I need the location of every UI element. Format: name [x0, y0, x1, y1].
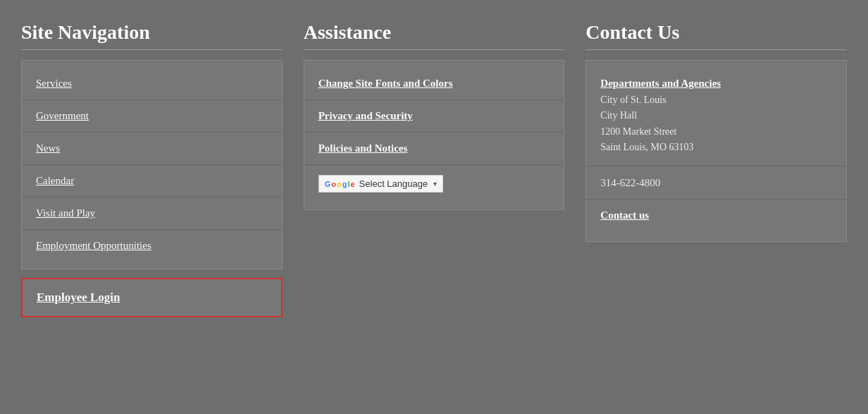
assist-box: Change Site Fonts and ColorsPrivacy and … — [304, 60, 565, 210]
google-translate-button[interactable]: Google Select Language ▾ — [318, 175, 444, 193]
nav-divider — [21, 49, 283, 50]
contact-address: City of St. Louis City Hall 1200 Market … — [600, 92, 832, 156]
assistance-divider — [304, 49, 565, 50]
address-line2: City Hall — [600, 110, 637, 121]
nav-item-visit-and-play[interactable]: Visit and Play — [22, 197, 282, 230]
address-line3: 1200 Market Street — [600, 126, 676, 137]
select-language-label: Select Language — [359, 178, 428, 189]
contact-us-column: Contact Us Departments and Agencies City… — [585, 21, 847, 317]
nav-links-container: ServicesGovernmentNewsCalendarVisit and … — [22, 68, 282, 262]
google-translate-wrapper: Google Select Language ▾ — [304, 165, 564, 202]
translate-chevron-icon: ▾ — [433, 180, 437, 188]
contact-phone-section: 314-622-4800 — [586, 166, 846, 200]
nav-item-news[interactable]: News — [22, 133, 282, 165]
g-yellow: o — [337, 180, 342, 188]
assistance-title: Assistance — [304, 21, 565, 44]
assist-item-policies-notices[interactable]: Policies and Notices — [304, 133, 564, 165]
footer-grid: Site Navigation ServicesGovernmentNewsCa… — [21, 21, 847, 317]
g-green: l — [347, 180, 349, 188]
site-navigation-title: Site Navigation — [21, 21, 283, 44]
g-blue2: g — [342, 180, 347, 188]
nav-item-government[interactable]: Government — [22, 100, 282, 133]
contact-divider — [585, 49, 847, 50]
assist-links-container: Change Site Fonts and ColorsPrivacy and … — [304, 68, 564, 165]
g-red2: e — [350, 180, 354, 188]
google-icon: Google — [325, 180, 355, 188]
contact-departments-section: Departments and Agencies City of St. Lou… — [586, 68, 846, 166]
nav-item-employment-opportunities[interactable]: Employment Opportunities — [22, 230, 282, 262]
contact-box: Departments and Agencies City of St. Lou… — [585, 60, 847, 242]
address-line4: Saint Louis, MO 63103 — [600, 142, 693, 152]
site-navigation-column: Site Navigation ServicesGovernmentNewsCa… — [21, 21, 283, 317]
assistance-column: Assistance Change Site Fonts and ColorsP… — [304, 21, 565, 317]
g-blue: G — [325, 180, 331, 188]
nav-box: ServicesGovernmentNewsCalendarVisit and … — [21, 60, 283, 269]
assist-item-privacy-security[interactable]: Privacy and Security — [304, 100, 564, 133]
nav-item-services[interactable]: Services — [22, 68, 282, 100]
contact-link-section: Contact us — [586, 200, 846, 234]
employee-login-link[interactable]: Employee Login — [37, 291, 120, 304]
departments-agencies-link[interactable]: Departments and Agencies — [600, 78, 832, 90]
employee-login-box: Employee Login — [21, 278, 283, 317]
contact-us-title: Contact Us — [585, 21, 847, 44]
assist-item-change-fonts-colors[interactable]: Change Site Fonts and Colors — [304, 68, 564, 100]
nav-item-calendar[interactable]: Calendar — [22, 165, 282, 197]
contact-phone: 314-622-4800 — [600, 177, 660, 188]
address-line1: City of St. Louis — [600, 95, 666, 105]
g-red: o — [331, 180, 336, 188]
contact-us-link[interactable]: Contact us — [600, 209, 832, 221]
